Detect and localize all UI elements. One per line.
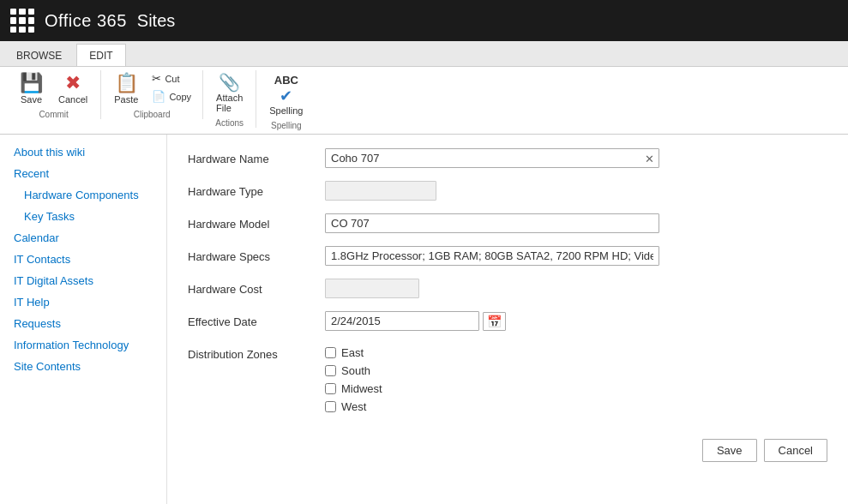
sidebar-item-calendar[interactable]: Calendar (0, 227, 166, 249)
zone-east-label: East (341, 346, 364, 359)
calendar-button[interactable]: 📅 (483, 312, 506, 331)
hardware-type-label: Hardware Type (188, 181, 325, 198)
sidebar: About this wiki Recent Hardware Componen… (0, 135, 167, 504)
spelling-group-label: Spelling (271, 121, 302, 130)
zone-midwest-checkbox[interactable] (325, 383, 336, 394)
cut-icon: ✂ (152, 72, 161, 85)
sidebar-item-site-contents[interactable]: Site Contents (0, 356, 166, 377)
sidebar-item-it-contacts[interactable]: IT Contacts (0, 249, 166, 270)
zone-west-checkbox[interactable] (325, 401, 336, 412)
ribbon-group-actions: 📎 AttachFile Actions (203, 70, 256, 128)
cancel-icon: ✖ (65, 74, 81, 93)
save-icon: 💾 (20, 74, 43, 93)
sidebar-item-info-tech[interactable]: Information Technology (0, 334, 166, 356)
cut-copy-group: ✂ Cut 📄 Copy (147, 70, 195, 105)
ribbon-toolbar: 💾 Save ✖ Cancel Commit 📋 Paste ✂ Cut (0, 67, 848, 135)
hardware-specs-label: Hardware Specs (188, 246, 325, 263)
hardware-cost-label: Hardware Cost (188, 279, 325, 296)
hardware-model-input[interactable] (325, 213, 659, 233)
distribution-zones-label: Distribution Zones (188, 344, 325, 361)
waffle-icon[interactable] (10, 9, 34, 33)
copy-button[interactable]: 📄 Copy (147, 88, 195, 105)
date-wrapper: 📅 (325, 311, 506, 331)
effective-date-row: Effective Date 📅 (188, 311, 827, 335)
hardware-cost-input[interactable] (325, 279, 419, 298)
zone-south-checkbox[interactable] (325, 365, 336, 376)
content-area: Hardware Name ✕ Hardware Type Hardware M… (167, 135, 848, 504)
hardware-name-row: Hardware Name ✕ (188, 148, 827, 172)
ribbon-group-commit: 💾 Save ✖ Cancel Commit (7, 70, 101, 119)
hardware-specs-input[interactable] (325, 246, 659, 266)
attach-icon: 📎 (219, 74, 240, 91)
top-bar: Office 365 Sites (0, 0, 848, 41)
cancel-button[interactable]: Cancel (764, 439, 827, 462)
cut-label: Cut (165, 74, 179, 84)
attach-file-button[interactable]: 📎 AttachFile (210, 70, 249, 117)
ribbon-tabs: BROWSE EDIT (0, 41, 848, 67)
zone-west-row: West (325, 400, 382, 413)
zone-east-row: East (325, 346, 382, 359)
sidebar-item-it-help[interactable]: IT Help (0, 291, 166, 313)
hardware-name-input[interactable] (325, 148, 659, 168)
spelling-label: Spelling (269, 105, 303, 116)
app-title: Office 365 (45, 11, 127, 31)
save-button[interactable]: Save (702, 439, 757, 462)
distribution-zones-row: Distribution Zones East South Midwest We… (188, 344, 827, 413)
zone-south-row: South (325, 364, 382, 377)
sidebar-item-requests[interactable]: Requests (0, 313, 166, 334)
hardware-type-input[interactable] (325, 181, 436, 201)
sidebar-item-key-tasks[interactable]: Key Tasks (0, 206, 166, 227)
ribbon-group-clipboard: 📋 Paste ✂ Cut 📄 Copy Clipboard (101, 70, 203, 119)
zone-west-label: West (341, 400, 366, 413)
paste-button[interactable]: 📋 Paste (108, 70, 144, 108)
hardware-name-wrapper: ✕ (325, 148, 659, 168)
paste-label: Paste (114, 94, 138, 105)
spelling-button[interactable]: ABC ✔ Spelling (263, 70, 309, 119)
attach-label: AttachFile (216, 93, 243, 113)
copy-label: Copy (169, 92, 191, 102)
app-subtitle: Sites (137, 11, 175, 31)
sidebar-item-it-digital-assets[interactable]: IT Digital Assets (0, 270, 166, 291)
ribbon-group-spelling: ABC ✔ Spelling Spelling (256, 70, 316, 130)
calendar-icon: 📅 (487, 315, 502, 328)
hardware-model-label: Hardware Model (188, 213, 325, 231)
tab-edit[interactable]: EDIT (76, 44, 125, 66)
hardware-type-row: Hardware Type (188, 181, 827, 205)
cancel-ribbon-label: Cancel (58, 94, 87, 105)
sidebar-item-hardware-components[interactable]: Hardware Components (0, 184, 166, 206)
form-actions: Save Cancel (188, 430, 827, 462)
effective-date-input[interactable] (325, 311, 479, 331)
save-ribbon-button[interactable]: 💾 Save (14, 70, 49, 108)
hardware-name-clear-button[interactable]: ✕ (643, 152, 656, 165)
zone-midwest-label: Midwest (341, 382, 382, 395)
paste-icon: 📋 (115, 74, 138, 93)
clipboard-group-label: Clipboard (134, 110, 171, 119)
spelling-check-icon: ✔ (280, 87, 292, 105)
distribution-zones-group: East South Midwest West (325, 344, 382, 413)
sidebar-item-about[interactable]: About this wiki (0, 141, 166, 163)
hardware-cost-row: Hardware Cost (188, 279, 827, 303)
abc-text: ABC (274, 74, 298, 87)
actions-group-label: Actions (215, 118, 244, 128)
zone-east-checkbox[interactable] (325, 347, 336, 358)
hardware-specs-row: Hardware Specs (188, 246, 827, 270)
hardware-model-row: Hardware Model (188, 213, 827, 237)
hardware-name-label: Hardware Name (188, 148, 325, 165)
zone-south-label: South (341, 364, 370, 377)
zone-midwest-row: Midwest (325, 382, 382, 395)
main-layout: About this wiki Recent Hardware Componen… (0, 135, 848, 504)
copy-icon: 📄 (152, 90, 165, 103)
sidebar-item-recent[interactable]: Recent (0, 163, 166, 184)
commit-group-label: Commit (39, 110, 68, 119)
effective-date-label: Effective Date (188, 311, 325, 328)
save-ribbon-label: Save (21, 94, 42, 105)
tab-browse[interactable]: BROWSE (3, 44, 75, 66)
cut-button[interactable]: ✂ Cut (147, 70, 195, 87)
cancel-ribbon-button[interactable]: ✖ Cancel (52, 70, 93, 108)
